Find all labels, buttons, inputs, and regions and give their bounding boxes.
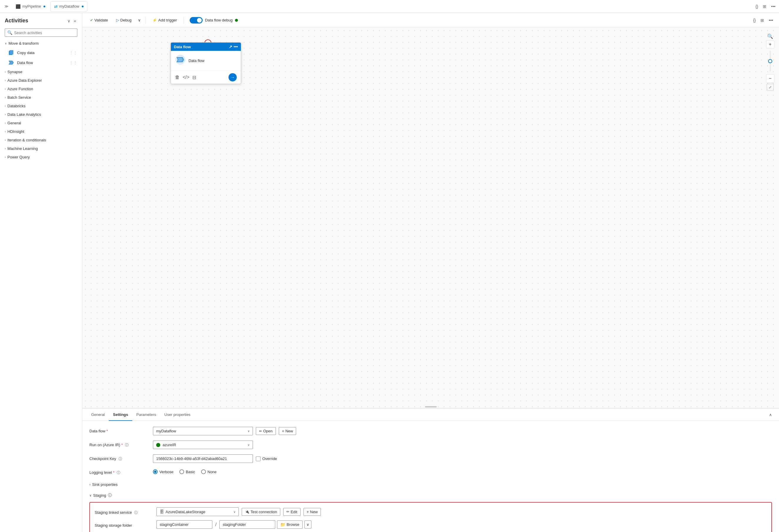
- staging-linked-service-row: Staging linked service ⓘ 🗄 AzureDataLake…: [95, 507, 767, 516]
- node-more-icon[interactable]: •••: [234, 44, 238, 49]
- checkpoint-info-icon[interactable]: ⓘ: [119, 457, 122, 461]
- sink-properties-label: Sink properties: [92, 482, 118, 487]
- toolbar-divider: [145, 17, 146, 24]
- sidebar-collapse-icon[interactable]: «: [73, 18, 77, 24]
- required-marker: *: [107, 429, 108, 433]
- chevron-right-sink-icon: ›: [89, 483, 90, 486]
- radio-none[interactable]: None: [201, 469, 217, 474]
- dataflow-tab-icon: ⇄: [54, 4, 58, 9]
- sidebar-group-header-synapse[interactable]: › Synapse: [0, 68, 82, 76]
- table-icon[interactable]: ⊞: [759, 17, 765, 24]
- new-ls-button[interactable]: + New: [303, 508, 321, 516]
- debug-chevron[interactable]: ∨: [137, 16, 142, 24]
- staging-label: Staging: [93, 493, 106, 497]
- logging-info-icon[interactable]: ⓘ: [117, 471, 120, 475]
- sidebar-collapse-left-icon[interactable]: ∨: [66, 18, 71, 24]
- override-checkbox[interactable]: [256, 457, 260, 461]
- browse-button[interactable]: 📁 Browse: [277, 521, 302, 529]
- staging-folder-row: Staging storage folder / 📁 Browse: [95, 520, 767, 529]
- more-icon[interactable]: •••: [768, 17, 774, 24]
- checkpoint-input[interactable]: [153, 454, 253, 463]
- run-on-dropdown[interactable]: azureIR ∨: [153, 441, 253, 449]
- delete-icon[interactable]: 🗑: [175, 75, 180, 80]
- sidebar-group-header-iteration[interactable]: › Iteration & conditionals: [0, 136, 82, 144]
- search-icon: 🔍: [7, 30, 12, 35]
- activity-item-data-flow[interactable]: Data flow ⋮⋮: [0, 58, 82, 68]
- override-checkbox-item[interactable]: Override: [256, 457, 277, 461]
- chevron-right-icon10: ›: [5, 147, 6, 150]
- tab-bar-actions: {} ⊞ •••: [754, 3, 777, 10]
- search-box[interactable]: 🔍: [5, 28, 77, 37]
- new-dataflow-button[interactable]: + New: [279, 427, 296, 435]
- zoom-in-button[interactable]: +: [766, 40, 774, 49]
- sink-properties-collapsible[interactable]: › Sink properties: [89, 480, 772, 488]
- activity-item-copy-data[interactable]: Copy data ⋮⋮: [0, 48, 82, 58]
- search-input[interactable]: [14, 30, 75, 35]
- sidebar-group-header-machine-learning[interactable]: › Machine Learning: [0, 144, 82, 153]
- dataflow-dropdown[interactable]: myDataflow ∨: [153, 427, 253, 435]
- staging-ls-dropdown[interactable]: 🗄 AzureDataLakeStorage ∨: [157, 507, 239, 516]
- staging-container-input[interactable]: [157, 520, 212, 529]
- radio-basic[interactable]: Basic: [179, 469, 195, 474]
- chevron-right-icon: ›: [5, 70, 6, 73]
- staging-ls-info-icon[interactable]: ⓘ: [134, 511, 138, 515]
- staging-info-icon[interactable]: ⓘ: [108, 492, 112, 498]
- add-trigger-button[interactable]: ⚡ Add trigger: [149, 16, 180, 24]
- code-brackets-icon[interactable]: </>: [183, 75, 189, 80]
- edit-ls-button[interactable]: ✏ Edit: [283, 508, 300, 516]
- sidebar-group-header-databricks[interactable]: › Databricks: [0, 102, 82, 110]
- test-connection-button[interactable]: 🔌 Test connection: [242, 508, 280, 516]
- tab-user-properties[interactable]: User properties: [160, 409, 195, 421]
- zoom-fit-button[interactable]: ⤢: [767, 84, 774, 91]
- tab-general[interactable]: General: [87, 409, 109, 421]
- sidebar-collapse-button[interactable]: ≫: [2, 2, 11, 11]
- run-on-info-icon[interactable]: ⓘ: [125, 443, 128, 447]
- toggle-switch[interactable]: [190, 17, 202, 23]
- debug-status-dot: [235, 19, 238, 22]
- sidebar-group-header-ade[interactable]: › Azure Data Explorer: [0, 76, 82, 85]
- sidebar-group-label-ade: Azure Data Explorer: [7, 78, 42, 83]
- open-dataflow-button[interactable]: ✏ Open: [256, 427, 276, 435]
- copy-icon[interactable]: ⊟: [192, 75, 196, 80]
- radio-verbose[interactable]: Verbose: [153, 469, 174, 474]
- tab-settings[interactable]: Settings: [109, 409, 132, 421]
- monitor-icon[interactable]: ⊞: [762, 3, 768, 10]
- zoom-search-icon[interactable]: 🔍: [767, 34, 773, 39]
- staging-folder-input[interactable]: [219, 520, 275, 529]
- logging-field-value: Verbose Basic None: [153, 468, 772, 474]
- code-icon[interactable]: {}: [752, 17, 757, 24]
- sidebar-group-header-batch-service[interactable]: › Batch Service: [0, 93, 82, 102]
- node-footer: 🗑 </> ⊟ →: [171, 71, 241, 84]
- node-body: Data flow: [171, 51, 241, 71]
- sidebar-group-label-dla: Data Lake Analytics: [7, 112, 41, 117]
- staging-section-wrapper: ∨ Staging ⓘ Staging linked service ⓘ: [89, 491, 772, 532]
- tab-pipeline[interactable]: ⬛ myPipeline: [12, 1, 49, 12]
- staging-collapsible[interactable]: ∨ Staging ⓘ: [89, 491, 772, 500]
- edit-pencil-icon: ✏: [259, 429, 262, 433]
- zoom-slider-thumb[interactable]: [768, 59, 772, 63]
- settings-bottom-panel: General Settings Parameters User propert…: [82, 409, 779, 532]
- dataflow-field-value: myDataflow ∨ ✏ Open + New: [153, 427, 772, 435]
- tab-parameters[interactable]: Parameters: [132, 409, 160, 421]
- sidebar-group-header-power-query[interactable]: › Power Query: [0, 153, 82, 161]
- radio-circle-basic: [179, 469, 184, 474]
- sidebar-group-header-general[interactable]: › General: [0, 119, 82, 127]
- tab-dataflow[interactable]: ⇄ myDataflow: [50, 1, 87, 12]
- code-view-icon[interactable]: {}: [754, 3, 759, 10]
- zoom-slider[interactable]: [770, 50, 771, 73]
- next-node-arrow[interactable]: →: [229, 73, 237, 81]
- canvas-workspace[interactable]: Data flow ↗ •••: [82, 27, 779, 407]
- debug-button[interactable]: ▷ Debug: [113, 16, 134, 24]
- validate-button[interactable]: ✓ Validate: [87, 16, 111, 24]
- browse-expand-button[interactable]: ∨: [304, 521, 311, 528]
- sidebar-group-header-move-transform[interactable]: ∨ Move & transform: [0, 39, 82, 48]
- external-link-icon[interactable]: ↗: [229, 44, 232, 49]
- panel-collapse-button[interactable]: ∧: [767, 410, 774, 419]
- zoom-out-button[interactable]: −: [766, 74, 774, 83]
- sidebar-group-header-data-lake-analytics[interactable]: › Data Lake Analytics: [0, 110, 82, 119]
- sidebar-group-header-hdinsight[interactable]: › HDInsight: [0, 127, 82, 136]
- more-options-icon[interactable]: •••: [770, 3, 777, 10]
- plus-ls-icon: +: [307, 510, 309, 514]
- sidebar-group-header-azure-function[interactable]: › Azure Function: [0, 85, 82, 93]
- panel-resize-handle[interactable]: [425, 406, 437, 407]
